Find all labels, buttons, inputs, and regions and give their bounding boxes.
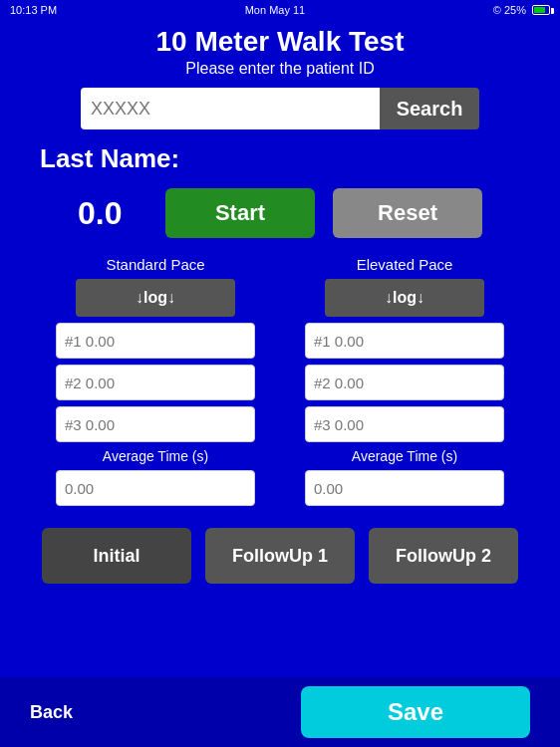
standard-trial-3[interactable]	[56, 406, 255, 442]
bottom-bar: Back Save	[0, 677, 560, 747]
save-button[interactable]: Save	[301, 686, 530, 738]
elevated-avg-input[interactable]	[305, 470, 504, 506]
elevated-trial-2[interactable]	[305, 365, 504, 400]
search-button[interactable]: Search	[380, 88, 479, 129]
status-date: Mon May 11	[245, 4, 306, 16]
followup1-button[interactable]: FollowUp 1	[205, 528, 355, 584]
standard-log-button[interactable]: ↓log↓	[76, 279, 235, 317]
standard-pace-title: Standard Pace	[106, 256, 204, 273]
elevated-log-button[interactable]: ↓log↓	[325, 279, 484, 317]
timer-row: 0.0 Start Reset	[0, 188, 560, 238]
elevated-pace-column: Elevated Pace ↓log↓ Average Time (s)	[290, 256, 519, 506]
visit-row: Initial FollowUp 1 FollowUp 2	[0, 528, 560, 584]
battery-icon	[532, 5, 550, 15]
start-button[interactable]: Start	[165, 188, 315, 238]
followup2-button[interactable]: FollowUp 2	[369, 528, 518, 584]
status-right: © 25%	[493, 4, 550, 16]
search-row: Search	[0, 88, 560, 129]
elevated-trial-3[interactable]	[305, 406, 504, 442]
timer-display: 0.0	[78, 195, 147, 232]
standard-trial-1[interactable]	[56, 323, 255, 359]
pace-columns: Standard Pace ↓log↓ Average Time (s) Ele…	[0, 256, 560, 506]
status-bar: 10:13 PM Mon May 11 © 25%	[0, 0, 560, 20]
back-button[interactable]: Back	[30, 702, 73, 723]
reset-button[interactable]: Reset	[333, 188, 482, 238]
standard-pace-column: Standard Pace ↓log↓ Average Time (s)	[41, 256, 270, 506]
initial-button[interactable]: Initial	[42, 528, 191, 584]
standard-trial-2[interactable]	[56, 365, 255, 400]
patient-id-input[interactable]	[81, 88, 380, 129]
elevated-trial-1[interactable]	[305, 323, 504, 359]
status-time: 10:13 PM	[10, 4, 57, 16]
standard-avg-input[interactable]	[56, 470, 255, 506]
elevated-pace-title: Elevated Pace	[357, 256, 453, 273]
page-title: 10 Meter Walk Test	[0, 26, 560, 58]
battery-fill	[534, 7, 545, 13]
elevated-avg-label: Average Time (s)	[352, 448, 457, 464]
page-subtitle: Please enter the patient ID	[0, 60, 560, 78]
last-name-label: Last Name:	[40, 143, 560, 174]
standard-avg-label: Average Time (s)	[103, 448, 208, 464]
battery-percent: © 25%	[493, 4, 526, 16]
